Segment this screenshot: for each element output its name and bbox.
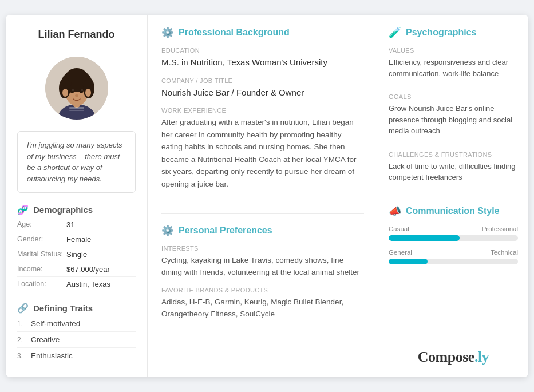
scale-bar-fill	[389, 259, 428, 264]
middle-column: ⚙️ Professional Background Education M.S…	[148, 15, 378, 377]
section-divider	[161, 213, 364, 214]
logo-text: Compose.ly	[418, 349, 489, 365]
avatar-image	[45, 57, 108, 120]
svg-rect-18	[69, 110, 84, 111]
comm-scale: Casual Professional	[389, 225, 518, 241]
svg-point-11	[85, 89, 91, 97]
profile-name: Lilian Fernando	[38, 29, 114, 41]
experience-block: Work Experience After graduating with a …	[161, 107, 364, 191]
communication-icon: 📣	[389, 205, 401, 217]
demo-row: Location:Austin, Texas	[17, 277, 136, 291]
trait-item: 3.Enthusiastic	[17, 348, 136, 363]
profile-quote: I'm juggling so many aspects of my busin…	[17, 131, 136, 193]
scale-bar-bg	[389, 259, 518, 264]
psychographics-icon: 🧪	[389, 26, 401, 39]
scale-label-right: Technical	[491, 249, 518, 256]
communication-header: 📣 Communication Style	[389, 205, 518, 217]
demographics-section: 🧬 Demographics Age:31Gender:FemaleMarita…	[17, 204, 136, 291]
preferences-icon: ⚙️	[161, 224, 174, 237]
scale-label-right: Professional	[482, 225, 518, 232]
psycho-block: GoalsGrow Nourish Juice Bar's online pre…	[389, 93, 518, 144]
scale-bar-fill	[389, 235, 460, 241]
traits-header: 🔗 Defining Traits	[17, 303, 136, 314]
compose-logo: Compose.ly	[389, 339, 518, 366]
communication-scales: Casual Professional General Technical	[389, 225, 518, 264]
logo-dot: .ly	[474, 349, 489, 365]
trait-item: 2.Creative	[17, 332, 136, 348]
brands-block: Favorite Brands & Products Adidas, H-E-B…	[161, 287, 364, 320]
left-column: Lilian Fernando	[6, 15, 148, 377]
persona-card: Lilian Fernando	[6, 15, 528, 377]
svg-point-12	[70, 89, 74, 93]
demo-row: Age:31	[17, 217, 136, 232]
scale-bar-bg	[389, 235, 518, 241]
traits-icon: 🔗	[17, 303, 29, 314]
scale-label-left: General	[389, 249, 412, 256]
demographics-header: 🧬 Demographics	[17, 204, 136, 215]
svg-rect-17	[69, 107, 84, 109]
svg-point-13	[79, 89, 83, 93]
svg-point-9	[66, 68, 87, 84]
professional-header: ⚙️ Professional Background	[161, 26, 364, 39]
interests-block: Interests Cycling, kayaking in Lake Trav…	[161, 245, 364, 279]
trait-item: 1.Self-motivated	[17, 316, 136, 332]
svg-point-16	[75, 94, 78, 97]
demo-row: Gender:Female	[17, 232, 136, 247]
professional-section: ⚙️ Professional Background Education M.S…	[161, 26, 364, 199]
company-block: Company / Job Title Nourish Juice Bar / …	[161, 77, 364, 100]
psycho-block: Challenges & FrustrationsLack of time to…	[389, 151, 518, 190]
demographics-icon: 🧬	[17, 204, 29, 215]
demo-row: Marital Status:Single	[17, 247, 136, 262]
scale-label-left: Casual	[389, 225, 409, 232]
preferences-section: ⚙️ Personal Preferences Interests Cyclin…	[161, 224, 364, 328]
svg-point-15	[81, 90, 82, 91]
psychographics-blocks: ValuesEfficiency, responsiveness and cle…	[389, 47, 518, 197]
demographics-table: Age:31Gender:FemaleMarital Status:Single…	[17, 217, 136, 291]
comm-scale: General Technical	[389, 249, 518, 264]
psycho-block: ValuesEfficiency, responsiveness and cle…	[389, 47, 518, 86]
demo-row: Income:$67,000/year	[17, 262, 136, 277]
traits-section: 🔗 Defining Traits 1.Self-motivated2.Crea…	[17, 303, 136, 363]
professional-icon: ⚙️	[161, 26, 174, 39]
avatar	[45, 57, 108, 120]
preferences-header: ⚙️ Personal Preferences	[161, 224, 364, 237]
svg-point-14	[72, 90, 73, 91]
right-column: 🧪 Psychographics ValuesEfficiency, respo…	[378, 15, 528, 377]
traits-list: 1.Self-motivated2.Creative3.Enthusiastic	[17, 316, 136, 363]
svg-point-10	[62, 89, 68, 97]
psychographics-header: 🧪 Psychographics	[389, 26, 518, 39]
communication-section: 📣 Communication Style Casual Professiona…	[389, 205, 518, 272]
education-block: Education M.S. in Nutrition, Texas Woman…	[161, 47, 364, 69]
